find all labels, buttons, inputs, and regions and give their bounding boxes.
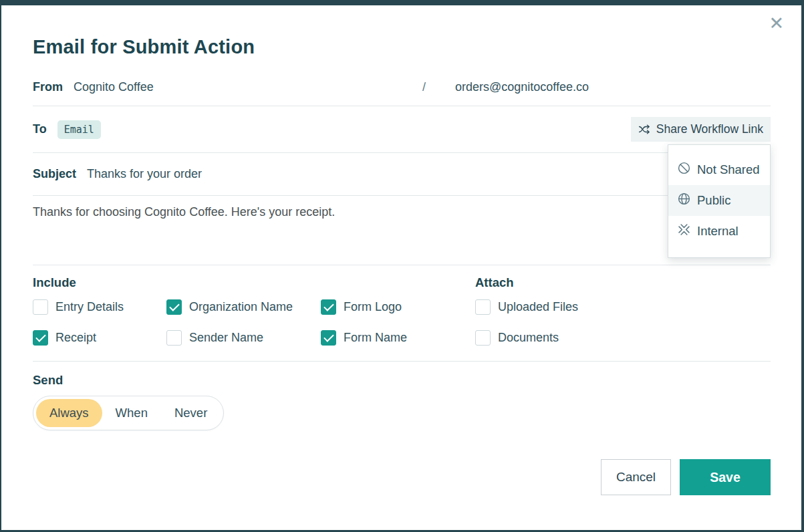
share-workflow-link-button[interactable]: Share Workflow Link <box>631 117 771 142</box>
checkbox-sender-name[interactable]: Sender Name <box>166 330 321 346</box>
menu-item-label: Not Shared <box>697 162 760 177</box>
checkbox-label: Entry Details <box>55 300 124 314</box>
not-shared-icon <box>677 161 691 178</box>
globe-icon <box>677 192 691 209</box>
segment-never[interactable]: Never <box>161 399 221 427</box>
checkbox-form-logo[interactable]: Form Logo <box>321 299 475 315</box>
to-recipient-tag[interactable]: Email <box>57 120 101 139</box>
checkbox-organization-name[interactable]: Organization Name <box>166 299 321 315</box>
modal-content: ✕ Email for Submit Action From Cognito C… <box>1 5 801 530</box>
checkbox-label: Documents <box>498 331 559 345</box>
modal-footer: Cancel Save <box>33 459 771 495</box>
message-body-area[interactable]: Thanks for choosing Cognito Coffee. Here… <box>33 196 771 265</box>
menu-item-not-shared[interactable]: Not Shared <box>668 154 770 185</box>
checkbox-documents[interactable]: Documents <box>475 330 771 346</box>
options-section: Include Entry Details Organization Name … <box>33 265 771 362</box>
menu-item-label: Public <box>697 193 730 208</box>
include-options: Entry Details Organization Name Form Log… <box>33 299 475 346</box>
send-label: Send <box>33 373 771 388</box>
checkbox-box[interactable] <box>475 330 491 346</box>
close-icon[interactable]: ✕ <box>769 15 784 33</box>
segment-when[interactable]: When <box>102 399 161 427</box>
subject-row: Subject Thanks for your order <box>33 153 771 196</box>
checkbox-label: Organization Name <box>189 300 293 314</box>
page-title: Email for Submit Action <box>33 5 771 58</box>
internal-icon <box>677 223 691 240</box>
checkbox-receipt[interactable]: Receipt <box>33 330 166 346</box>
to-row: To Email Share Workflow Link <box>33 106 771 153</box>
checkbox-box[interactable] <box>321 330 336 346</box>
from-label: From <box>33 80 63 94</box>
attach-label: Attach <box>475 275 771 290</box>
checkbox-box[interactable] <box>33 330 48 346</box>
checkbox-label: Form Name <box>344 331 407 345</box>
from-email-field[interactable]: orders@cognitocoffee.co <box>455 80 589 94</box>
subject-label: Subject <box>33 167 76 181</box>
segment-always[interactable]: Always <box>36 399 102 427</box>
checkbox-box[interactable] <box>33 299 48 315</box>
from-separator: / <box>422 80 426 94</box>
checkbox-box[interactable] <box>321 299 336 315</box>
attach-options: Uploaded Files Documents <box>475 299 771 346</box>
checkbox-box[interactable] <box>166 330 182 346</box>
checkbox-form-name[interactable]: Form Name <box>321 330 475 346</box>
send-segmented-control: Always When Never <box>33 396 224 430</box>
menu-item-label: Internal <box>697 224 739 239</box>
from-display-name-field[interactable]: Cognito Coffee <box>74 80 154 94</box>
from-row: From Cognito Coffee / orders@cognitocoff… <box>33 80 771 106</box>
send-section: Send Always When Never <box>33 362 771 430</box>
from-left: From Cognito Coffee <box>33 80 422 94</box>
cancel-button[interactable]: Cancel <box>601 459 671 495</box>
checkbox-box[interactable] <box>166 299 182 315</box>
share-workflow-menu: Not Shared Public <box>668 144 771 258</box>
menu-item-public[interactable]: Public <box>668 185 770 216</box>
checkbox-entry-details[interactable]: Entry Details <box>33 299 166 315</box>
message-body-text: Thanks for choosing Cognito Coffee. Here… <box>33 205 771 219</box>
menu-item-internal[interactable]: Internal <box>668 216 770 247</box>
email-action-modal: ✕ Email for Submit Action From Cognito C… <box>1 5 801 530</box>
checkbox-label: Uploaded Files <box>498 300 578 314</box>
save-button[interactable]: Save <box>680 459 771 495</box>
include-section: Include Entry Details Organization Name … <box>33 275 475 346</box>
attach-section: Attach Uploaded Files Documents <box>475 275 771 346</box>
checkbox-label: Form Logo <box>344 300 402 314</box>
shuffle-icon <box>638 123 651 136</box>
share-workflow-link-label: Share Workflow Link <box>656 122 763 136</box>
checkbox-label: Receipt <box>55 331 96 345</box>
checkbox-box[interactable] <box>475 299 491 315</box>
subject-field[interactable]: Thanks for your order <box>87 167 202 181</box>
to-label: To <box>33 122 47 136</box>
checkbox-label: Sender Name <box>189 331 263 345</box>
checkbox-uploaded-files[interactable]: Uploaded Files <box>475 299 771 315</box>
include-label: Include <box>33 275 475 290</box>
